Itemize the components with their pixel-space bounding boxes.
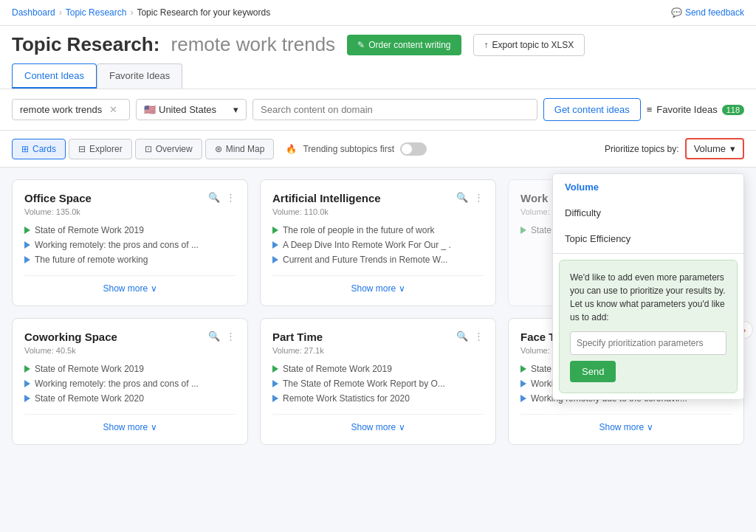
mindmap-icon: ⊛ [215,144,222,154]
card-title: Coworking Space [24,331,117,343]
favorite-count-badge: 118 [722,105,744,115]
more-options-icon[interactable]: ⋮ [474,192,484,203]
view-mindmap-button[interactable]: ⊛ Mind Map [205,139,275,159]
breadcrumb-dashboard[interactable]: Dashboard [12,7,55,18]
flag-icon: 🇺🇸 [144,104,156,115]
card-office-space: Office Space 🔍 ⋮ Volume: 135.0k State of… [12,179,248,306]
tab-content-ideas[interactable]: Content Ideas [12,63,97,89]
keyword-value: remote work trends [20,104,102,115]
list-item: Remote Work Statistics for 2020 [272,393,484,404]
list-item: The State of Remote Work Report by O... [272,379,484,389]
favorite-ideas-button[interactable]: ≡ Favorite Ideas 118 [647,104,744,115]
standard-flag-icon [520,380,526,387]
toggle-knob [402,144,412,154]
standard-flag-icon [520,395,526,402]
export-button[interactable]: ↑ Export topic to XLSX [473,34,585,56]
card-title: Office Space [24,192,92,204]
dropdown-option-volume[interactable]: Volume [553,174,743,200]
list-item: Working remotely: the pros and cons of .… [24,379,236,389]
more-options-icon[interactable]: ⋮ [226,331,236,342]
page-header: Topic Research: remote work trends ✎ Ord… [0,26,756,89]
standard-flag-icon [24,256,30,263]
search-icon[interactable]: 🔍 [456,192,468,203]
tab-favorite-ideas[interactable]: Favorite Ideas [97,63,182,89]
send-button[interactable]: Send [570,361,616,382]
list-item: Current and Future Trends in Remote W... [272,255,484,265]
standard-flag-icon [24,395,30,402]
priority-select[interactable]: Volume ▾ [685,138,744,159]
view-explorer-button[interactable]: ⊟ Explorer [69,139,132,159]
search-icon[interactable]: 🔍 [208,192,220,203]
card-volume: Volume: 135.0k [24,207,236,216]
controls-row: remote work trends ✕ 🇺🇸 United States ▾ … [0,89,756,131]
menu-icon: ≡ [647,104,653,115]
trending-flag-icon [520,365,526,373]
cards-area: Office Space 🔍 ⋮ Volume: 135.0k State of… [0,167,756,457]
list-item: A Deep Dive Into Remote Work For Our _ . [272,240,484,250]
card-title: Artificial Intelligence [272,192,381,204]
show-more-button[interactable]: Show more ∨ [24,275,236,294]
order-content-button[interactable]: ✎ Order content writing [347,35,461,55]
page-title: Topic Research: remote work trends [12,33,335,56]
card-part-time: Part Time 🔍 ⋮ Volume: 27.1k State of Rem… [260,318,496,445]
view-cards-button[interactable]: ⊞ Cards [12,139,66,159]
feedback-link[interactable]: 💬 Send feedback [671,7,744,18]
trending-flag-icon [272,227,278,234]
export-icon: ↑ [484,40,489,50]
suggestion-input[interactable] [570,331,726,355]
card-title: Work [520,192,548,204]
trending-flag-icon [272,365,278,373]
show-more-button[interactable]: Show more ∨ [272,414,484,432]
list-item: State of Remote Work 2019 [24,364,236,374]
list-item: State of Remote Work 2020 [24,393,236,404]
standard-flag-icon [272,256,278,263]
keyword-input-wrapper: remote work trends ✕ [12,99,130,120]
domain-search-input[interactable] [252,99,537,120]
card-title: Part Time [272,331,323,343]
breadcrumb-topic-research[interactable]: Topic Research [66,7,127,18]
more-options-icon[interactable]: ⋮ [474,331,484,342]
dropdown-divider [553,253,743,254]
trending-flag-icon [24,365,30,373]
trending-toggle-switch[interactable] [400,142,427,156]
standard-flag-icon [272,380,278,387]
card-volume: Volume: 27.1k [272,346,484,355]
list-item: Working remotely: the pros and cons of .… [24,240,236,250]
standard-flag-icon [24,380,30,387]
list-item: State of Remote Work 2019 [272,364,484,374]
breadcrumb-sep1: › [59,7,62,18]
country-select[interactable]: 🇺🇸 United States ▾ [136,99,247,120]
standard-flag-icon [272,395,278,402]
edit-icon: ✎ [357,40,365,50]
breadcrumb-current: Topic Research for your keywords [137,7,270,18]
search-icon[interactable]: 🔍 [208,331,220,342]
more-options-icon[interactable]: ⋮ [226,192,236,203]
dropdown-option-topic-efficiency[interactable]: Topic Efficiency [553,226,743,252]
show-more-button[interactable]: Show more ∨ [520,414,732,432]
fire-icon: 🔥 [286,144,297,154]
card-volume: Volume: 110.0k [272,207,484,216]
trending-flag-icon [520,227,526,234]
feedback-icon: 💬 [671,7,682,18]
search-icon[interactable]: 🔍 [456,331,468,342]
explorer-icon: ⊟ [78,144,86,154]
prioritize-row: Prioritize topics by: Volume ▾ [605,138,744,159]
show-more-button[interactable]: Show more ∨ [24,414,236,432]
view-overview-button[interactable]: ⊡ Overview [135,139,202,159]
get-content-ideas-button[interactable]: Get content ideas [543,98,641,121]
cards-grid-icon: ⊞ [21,144,29,154]
show-more-button[interactable]: Show more ∨ [272,275,484,294]
card-volume: Volume: 40.5k [24,346,236,355]
chevron-down-icon: ▾ [233,104,238,115]
card-artificial-intelligence: Artificial Intelligence 🔍 ⋮ Volume: 110.… [260,179,496,306]
list-item: The future of remote working [24,255,236,265]
list-item: State of Remote Work 2019 [24,225,236,235]
trending-flag-icon [24,227,30,234]
card-coworking-space: Coworking Space 🔍 ⋮ Volume: 40.5k State … [12,318,248,445]
standard-flag-icon [24,241,30,249]
dropdown-chevron-icon: ▾ [730,143,735,154]
main-tabs: Content Ideas Favorite Ideas [12,63,744,89]
dropdown-option-difficulty[interactable]: Difficulty [553,200,743,226]
list-item: The role of people in the future of work [272,225,484,235]
clear-keyword-icon[interactable]: ✕ [109,104,117,115]
